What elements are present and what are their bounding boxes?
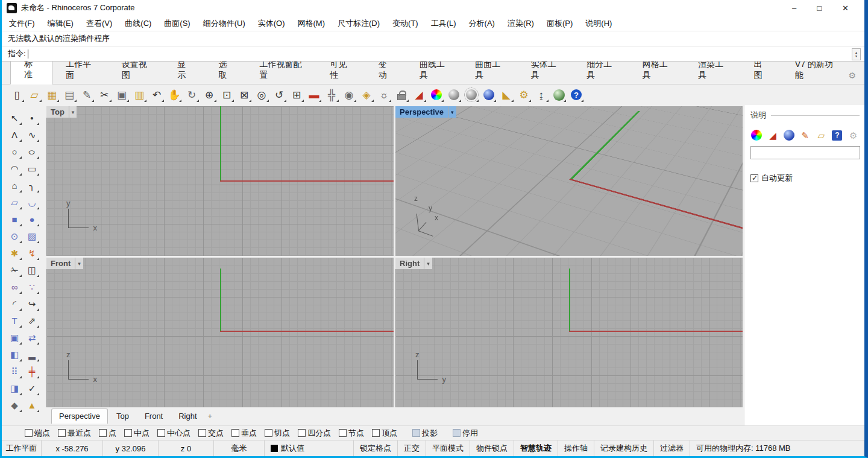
zoom-extents-icon[interactable]: ⊠: [236, 87, 252, 103]
osnap-toggle[interactable]: 端点: [25, 428, 50, 439]
checkbox-icon[interactable]: [157, 429, 165, 437]
close-icon[interactable]: ✕: [842, 4, 849, 13]
lightning-icon[interactable]: ↯: [24, 245, 40, 261]
viewport-title[interactable]: Perspective: [395, 106, 448, 118]
paste-icon[interactable]: ▥: [131, 87, 147, 103]
patch-icon[interactable]: ▨: [24, 228, 40, 244]
open-file-icon[interactable]: ▱: [27, 87, 42, 103]
status-item[interactable]: 可用的物理内存: 11768 MB: [690, 441, 864, 456]
move-point-icon[interactable]: ⇗: [24, 313, 40, 328]
status-item[interactable]: x -58.276: [42, 441, 103, 456]
viewport-tab[interactable]: Perspective: [51, 409, 108, 424]
new-file-icon[interactable]: ▯: [9, 87, 25, 103]
polygon-icon[interactable]: ⌂: [7, 177, 22, 193]
status-item[interactable]: 过滤器: [654, 441, 690, 456]
panel-gear-icon[interactable]: ⚙: [847, 128, 860, 142]
status-item[interactable]: 平面模式: [426, 441, 470, 456]
polyline-icon[interactable]: Λ: [7, 127, 22, 142]
cylinder-icon[interactable]: ⊙: [7, 228, 22, 244]
checkbox-icon[interactable]: [99, 429, 107, 437]
osnap-toggle[interactable]: 中点: [124, 428, 149, 439]
auto-update-checkbox-row[interactable]: 自动更新: [750, 173, 860, 183]
shaded-sphere-icon[interactable]: [446, 87, 462, 103]
dimension-icon[interactable]: ↨: [533, 87, 549, 103]
viewport-menu-arrow-icon[interactable]: ▾: [424, 258, 432, 269]
viewport-perspective[interactable]: Perspective ▾ z y x: [395, 106, 743, 256]
render-sphere-icon[interactable]: [481, 87, 497, 103]
viewport-title[interactable]: Top: [46, 106, 69, 118]
viewport-title[interactable]: Right: [395, 258, 424, 269]
menu-item[interactable]: 曲线(C): [125, 18, 151, 29]
status-item[interactable]: 智慧轨迹: [514, 441, 558, 456]
viewport-top[interactable]: Top ▾ y x: [46, 106, 394, 256]
panel-folder-icon[interactable]: ▱: [815, 128, 828, 142]
car-icon[interactable]: ▬: [306, 87, 322, 103]
ellipse-icon[interactable]: ○: [24, 144, 40, 159]
checkbox-icon[interactable]: [412, 429, 420, 437]
explode-icon[interactable]: ✱: [7, 245, 22, 261]
boolean-icon[interactable]: ∞: [7, 279, 22, 294]
menu-item[interactable]: 实体(O): [258, 18, 285, 29]
status-item[interactable]: 记录建构历史: [594, 441, 654, 456]
curve-icon[interactable]: ∿: [24, 127, 40, 142]
checkbox-checked-icon[interactable]: [750, 174, 758, 182]
menu-item[interactable]: 尺寸标注(D): [338, 18, 380, 29]
xray-sphere-icon[interactable]: [464, 87, 479, 103]
undo-view-icon[interactable]: ↺: [271, 87, 287, 103]
copy-icon[interactable]: ▣: [114, 87, 130, 103]
rotate-view-icon[interactable]: ↻: [184, 87, 200, 103]
osnap-toggle[interactable]: 四分点: [298, 428, 331, 439]
menu-item[interactable]: 查看(V): [86, 18, 112, 29]
help-search-input[interactable]: [750, 146, 860, 159]
help-icon[interactable]: ?: [568, 87, 584, 103]
viewport-title[interactable]: Front: [46, 258, 75, 269]
rectangle-icon[interactable]: ▭: [24, 161, 40, 176]
zoom-selected-icon[interactable]: ◎: [254, 87, 269, 103]
osnap-toggle[interactable]: 垂点: [231, 428, 257, 439]
status-item[interactable]: 物件锁点: [470, 441, 514, 456]
menu-item[interactable]: 变动(T): [392, 18, 418, 29]
checkbox-icon[interactable]: [198, 429, 206, 437]
status-item[interactable]: z 0: [159, 441, 214, 456]
print-icon[interactable]: ▤: [61, 87, 77, 103]
menu-item[interactable]: 网格(M): [298, 18, 326, 29]
checkbox-icon[interactable]: [339, 429, 347, 437]
status-item[interactable]: 工作平面: [2, 441, 42, 456]
status-item[interactable]: 操作轴: [558, 441, 594, 456]
viewport-menu-arrow-icon[interactable]: ▾: [69, 106, 77, 118]
spinner-down-icon[interactable]: ▼: [855, 54, 858, 58]
osnap-toggle[interactable]: 最近点: [58, 428, 91, 439]
status-item[interactable]: 正交: [398, 441, 426, 456]
undo-icon[interactable]: ↶: [149, 87, 165, 103]
point-cloud-icon[interactable]: ∵: [24, 279, 40, 294]
osnap-toggle[interactable]: 交点: [198, 428, 224, 439]
section-icon[interactable]: ╪: [24, 363, 40, 379]
lock-icon[interactable]: [394, 87, 409, 103]
checkbox-icon[interactable]: [453, 429, 461, 437]
point-icon[interactable]: •: [24, 110, 40, 126]
panel-help-icon[interactable]: ?: [831, 128, 844, 142]
command-line[interactable]: 指令: ▲ ▼: [2, 46, 864, 62]
split-icon[interactable]: ◫: [24, 262, 40, 278]
box-icon[interactable]: ■: [7, 211, 22, 227]
viewport-tab[interactable]: Front: [137, 409, 170, 424]
lamp-icon[interactable]: ☼: [376, 87, 392, 103]
osnap-toggle[interactable]: 节点: [339, 428, 364, 439]
curved-surface-icon[interactable]: ◡: [24, 194, 40, 210]
edit-page-icon[interactable]: ✎: [79, 87, 95, 103]
checkbox-icon[interactable]: [231, 429, 239, 437]
status-item[interactable]: 锁定格点: [354, 441, 398, 456]
osnap-toggle[interactable]: 顶点: [372, 428, 397, 439]
panel-pen-icon[interactable]: ✎: [799, 128, 811, 142]
panel-layer-icon[interactable]: ◢: [767, 128, 779, 142]
osnap-toggle[interactable]: 点: [99, 428, 116, 439]
pyramid-icon[interactable]: ▲: [24, 397, 40, 413]
pan-icon[interactable]: ✋: [166, 87, 182, 103]
viewport-menu-arrow-icon[interactable]: ▾: [448, 106, 456, 118]
text-icon[interactable]: T: [7, 313, 22, 328]
select-icon[interactable]: ↖: [7, 110, 22, 126]
status-item[interactable]: 默认值: [265, 441, 354, 456]
menu-item[interactable]: 分析(A): [469, 18, 495, 29]
checkbox-icon[interactable]: [124, 429, 132, 437]
command-spinner[interactable]: ▲ ▼: [852, 48, 861, 60]
